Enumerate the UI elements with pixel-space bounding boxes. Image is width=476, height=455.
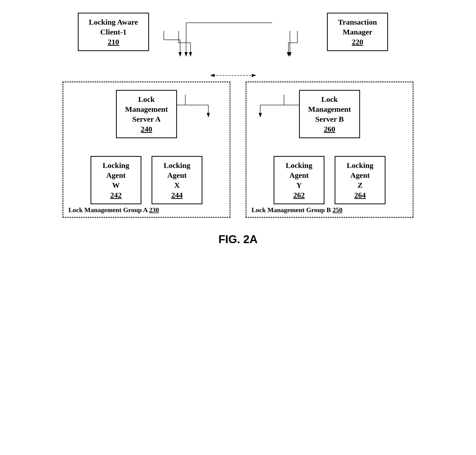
agent-y-box: Locking AgentY 262 (274, 156, 324, 204)
agent-y-id: 262 (279, 190, 319, 200)
group-b-label: Lock Management Group B 250 (251, 206, 343, 214)
group-a-container: LockManagementServer A 240 Locking Agent… (63, 82, 230, 218)
lock-server-a-label: LockManagementServer A (122, 94, 171, 124)
lock-server-b-id: 260 (305, 124, 354, 134)
agents-row-a: Locking AgentW 242 Locking AgentX 244 (91, 156, 202, 204)
lock-server-b-label: LockManagementServer B (305, 94, 354, 124)
agent-x-label: Locking AgentX (157, 160, 197, 190)
transaction-manager-label: Transaction Manager (333, 17, 382, 37)
agent-z-box: Locking AgentZ 264 (335, 156, 385, 204)
group-b-container: LockManagementServer B 260 Locking Agent… (246, 82, 413, 218)
agent-z-id: 264 (340, 190, 380, 200)
diagram-container: Locking Aware Client-1 210 Transaction M… (35, 10, 441, 246)
top-row: Locking Aware Client-1 210 Transaction M… (47, 10, 429, 51)
diagram-wrapper: Locking Aware Client-1 210 Transaction M… (47, 10, 429, 218)
transaction-manager-box: Transaction Manager 220 (327, 13, 388, 51)
lock-server-a-id: 240 (122, 124, 171, 134)
client-label: Locking Aware Client-1 (84, 17, 143, 37)
lock-server-a-box: LockManagementServer A 240 (116, 90, 177, 138)
agents-row-b: Locking AgentY 262 Locking AgentZ 264 (274, 156, 385, 204)
lock-server-b-box: LockManagementServer B 260 (299, 90, 360, 138)
client-id: 210 (84, 37, 143, 47)
agent-x-box: Locking AgentX 244 (152, 156, 202, 204)
agent-x-id: 244 (157, 190, 197, 200)
agent-y-label: Locking AgentY (279, 160, 319, 190)
agent-w-box: Locking AgentW 242 (91, 156, 141, 204)
group-a-label: Lock Management Group A 230 (68, 206, 159, 214)
agent-w-label: Locking AgentW (96, 160, 136, 190)
agent-w-id: 242 (96, 190, 136, 200)
groups-row: LockManagementServer A 240 Locking Agent… (47, 82, 429, 218)
client-box: Locking Aware Client-1 210 (78, 13, 149, 51)
transaction-manager-id: 220 (333, 37, 382, 47)
agent-z-label: Locking AgentZ (340, 160, 380, 190)
figure-label: FIG. 2A (218, 233, 258, 246)
